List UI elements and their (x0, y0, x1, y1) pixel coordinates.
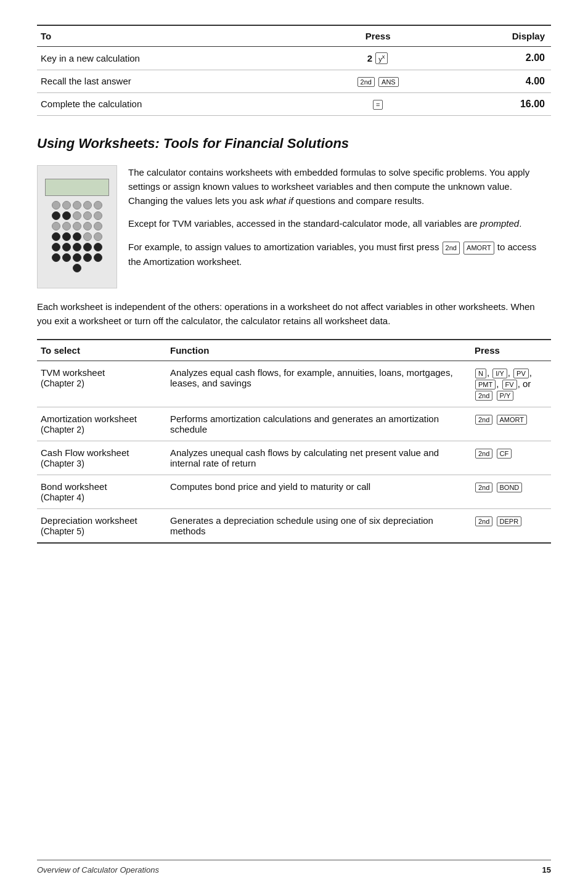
paragraph-3: For example, to assign values to amortiz… (128, 240, 551, 269)
key-2nd: 2nd (357, 77, 375, 87)
row-to: Complete the calculation (37, 92, 314, 115)
key-2nd: 2nd (475, 483, 492, 492)
calc-key (52, 253, 60, 262)
calc-key (62, 232, 71, 241)
calc-key (94, 222, 102, 230)
row-select-chapter: (Chapter 3) (41, 459, 84, 468)
calc-key (73, 264, 81, 272)
table-row: TVM worksheet (Chapter 2) Analyzes equal… (37, 361, 551, 407)
row-display: 4.00 (444, 70, 551, 92)
key-2nd: 2nd (475, 391, 492, 401)
calc-key (73, 222, 81, 230)
key-2nd: 2nd (475, 449, 492, 459)
key-yx: yx (375, 52, 388, 64)
calc-key (83, 243, 92, 251)
top-table-header-to: To (37, 25, 314, 47)
calc-key (83, 253, 92, 262)
row-select-name: Depreciation worksheet (41, 515, 137, 526)
calc-key-row (45, 253, 109, 262)
row-select-name: Cash Flow worksheet (41, 447, 129, 458)
row-to: Recall the last answer (37, 70, 314, 92)
calc-key (73, 232, 81, 241)
calc-key-row (45, 243, 109, 251)
calc-key-row (45, 222, 109, 230)
row-function: Analyzes equal cash flows, for example, … (166, 361, 471, 407)
top-table-header-display: Display (444, 25, 551, 47)
row-press: 2nd BOND (471, 475, 551, 509)
calc-screen (45, 179, 109, 196)
key-2nd: 2nd (475, 516, 492, 526)
table-row: Key in a new calculation 2 yx 2.00 (37, 47, 551, 70)
calc-key (94, 232, 102, 241)
calc-key (62, 211, 71, 220)
key-equals: = (373, 100, 383, 110)
page: To Press Display Key in a new calculatio… (0, 0, 588, 893)
section-heading: Using Worksheets: Tools for Financial So… (37, 136, 551, 152)
row-select: TVM worksheet (Chapter 2) (37, 361, 166, 407)
bottom-table-header-select: To select (37, 340, 166, 361)
paragraph-2: Except for TVM variables, accessed in th… (128, 216, 551, 230)
row-select-name: Bond worksheet (41, 481, 107, 492)
footer-page: 15 (542, 865, 551, 875)
para1-end: questions and compare results. (293, 195, 425, 206)
row-display: 16.00 (444, 92, 551, 115)
table-row: Recall the last answer 2nd ANS 4.00 (37, 70, 551, 92)
key-PV: PV (513, 369, 529, 378)
calc-key (62, 222, 71, 230)
row-select: Depreciation worksheet (Chapter 5) (37, 509, 166, 544)
key-2nd: 2nd (475, 415, 492, 425)
para1-italic: what if (266, 195, 293, 206)
para3-start: For example, to assign values to amortiz… (128, 242, 442, 252)
key-ans: ANS (378, 77, 399, 87)
paragraph-4: Each worksheet is independent of the oth… (37, 300, 551, 328)
bottom-table-header-press: Press (471, 340, 551, 361)
calc-key (83, 201, 92, 210)
row-select-chapter: (Chapter 2) (41, 378, 84, 388)
footer: Overview of Calculator Operations 15 (37, 860, 551, 875)
calc-key (52, 232, 60, 241)
row-select-chapter: (Chapter 5) (41, 526, 84, 536)
key-FV: FV (502, 380, 517, 389)
calculator-image (37, 165, 117, 288)
footer-text: Overview of Calculator Operations (37, 865, 159, 875)
para2-text: Except for TVM variables, accessed in th… (128, 218, 480, 229)
row-function: Computes bond price and yield to maturit… (166, 475, 471, 509)
key-IY: I/Y (492, 369, 507, 378)
key-cf: CF (497, 449, 512, 459)
calc-key-row (45, 264, 109, 272)
calc-key (52, 243, 60, 251)
row-select-name: TVM worksheet (41, 367, 105, 378)
row-select: Bond worksheet (Chapter 4) (37, 475, 166, 509)
calc-key (73, 201, 81, 210)
para2-italic: prompted (480, 218, 519, 229)
calc-key (94, 253, 102, 262)
row-press: 2nd ANS (314, 70, 444, 92)
calc-key (73, 211, 81, 220)
calc-key (83, 232, 92, 241)
key-amort: AMORT (463, 242, 494, 255)
calc-key (52, 201, 60, 210)
key-bond: BOND (497, 483, 523, 492)
table-row: Bond worksheet (Chapter 4) Computes bond… (37, 475, 551, 509)
top-table-header-press: Press (314, 25, 444, 47)
calc-key (62, 253, 71, 262)
table-row: Complete the calculation = 16.00 (37, 92, 551, 115)
bottom-table: To select Function Press TVM worksheet (… (37, 339, 551, 544)
text-block: The calculator contains worksheets with … (128, 165, 551, 288)
calc-key-row (45, 201, 109, 210)
key-amort: AMORT (497, 415, 528, 425)
calc-key (83, 211, 92, 220)
calc-key (52, 211, 60, 220)
row-function: Performs amortization calculations and g… (166, 407, 471, 441)
bottom-table-header-function: Function (166, 340, 471, 361)
key-depr: DEPR (497, 516, 522, 526)
key-PY: P/Y (497, 391, 514, 401)
para2-end: . (519, 218, 521, 229)
row-select-chapter: (Chapter 2) (41, 425, 84, 434)
calc-key (94, 211, 102, 220)
row-press: = (314, 92, 444, 115)
row-select-chapter: (Chapter 4) (41, 492, 84, 502)
row-press: 2 yx (314, 47, 444, 70)
row-function: Generates a depreciation schedule using … (166, 509, 471, 544)
key-2nd-amort-1: 2nd (443, 242, 460, 255)
